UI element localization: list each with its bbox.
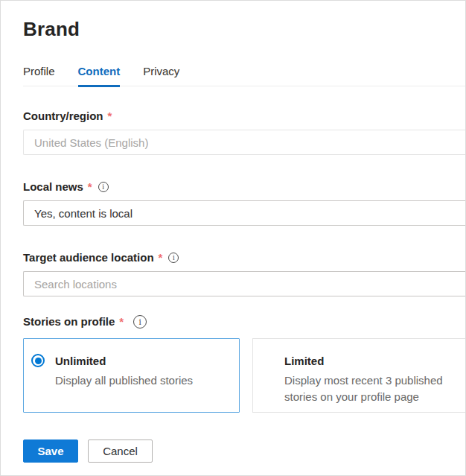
required-asterisk: * <box>88 182 92 192</box>
target-audience-label: Target audience location <box>23 251 154 264</box>
form-actions: Save Cancel <box>23 439 465 463</box>
local-news-label: Local news <box>23 180 83 194</box>
required-asterisk: * <box>159 253 163 263</box>
required-asterisk: * <box>119 317 124 327</box>
stories-option-cards: Unlimited Display all published stories … <box>23 338 465 413</box>
field-stories-on-profile: Stories on profile * Unlimited Display a… <box>23 315 465 413</box>
info-icon[interactable] <box>133 315 147 329</box>
tab-profile[interactable]: Profile <box>23 64 55 86</box>
tab-bar: Profile Content Privacy <box>23 64 465 86</box>
field-country-region: Country/region * <box>23 110 465 155</box>
info-icon[interactable] <box>98 182 109 192</box>
tab-privacy[interactable]: Privacy <box>143 64 179 86</box>
field-local-news: Local news * <box>23 180 465 226</box>
option-title: Unlimited <box>55 354 193 368</box>
radio-selected-icon[interactable] <box>31 354 45 367</box>
radio-unselected-slot[interactable] <box>261 354 274 367</box>
field-target-audience-location: Target audience location * <box>23 251 465 296</box>
country-region-label: Country/region <box>23 110 103 123</box>
local-news-input[interactable] <box>23 200 465 226</box>
option-title: Limited <box>284 354 462 368</box>
brand-settings-page: Brand Profile Content Privacy Country/re… <box>0 0 466 476</box>
required-asterisk: * <box>108 111 112 121</box>
target-audience-search-input[interactable] <box>23 271 465 296</box>
save-button[interactable]: Save <box>23 439 78 463</box>
cancel-button[interactable]: Cancel <box>88 439 153 463</box>
option-description: Display most recent 3 published stories … <box>284 372 462 405</box>
page-title: Brand <box>23 19 465 39</box>
stories-on-profile-label: Stories on profile <box>23 315 115 329</box>
country-region-input <box>23 130 465 155</box>
option-card-unlimited[interactable]: Unlimited Display all published stories <box>23 338 240 413</box>
option-card-limited[interactable]: Limited Display most recent 3 published … <box>252 338 465 413</box>
tab-content[interactable]: Content <box>78 64 121 87</box>
info-icon[interactable] <box>168 253 179 263</box>
option-description: Display all published stories <box>55 372 193 389</box>
